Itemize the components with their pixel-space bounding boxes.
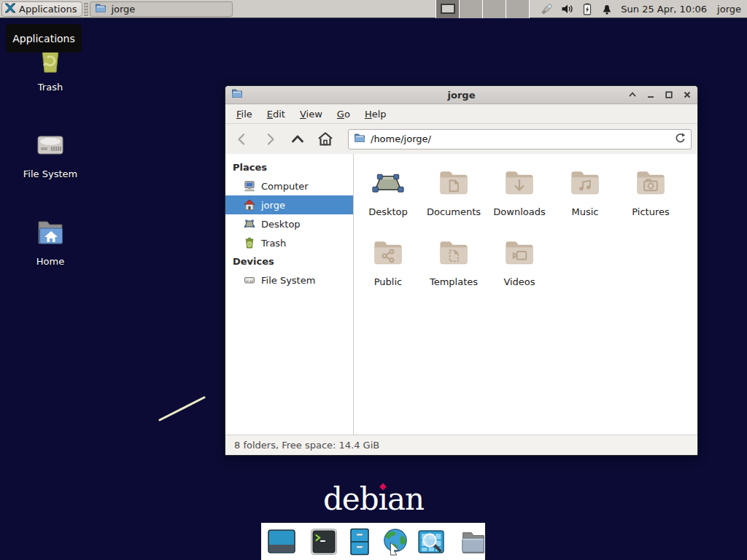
volume-icon[interactable] [560,2,574,16]
panel-handle[interactable] [84,2,88,16]
menubar: File Edit View Go Help [225,104,697,124]
file-item-music[interactable]: Music [552,166,618,217]
app-finder-launcher[interactable] [417,527,446,556]
input-device-icon[interactable] [540,2,554,16]
battery-icon[interactable] [581,2,594,16]
panel-user-menu[interactable]: jorge [717,4,741,15]
maximize-button[interactable] [664,90,673,100]
applications-tooltip: Applications [6,24,82,52]
file-item-pictures[interactable]: Pictures [618,166,684,217]
terminal-launcher[interactable] [309,527,338,556]
menu-go[interactable]: Go [330,106,357,122]
terminal-icon [309,527,338,556]
menu-help[interactable]: Help [358,106,393,122]
workspace-2[interactable] [460,0,483,18]
hard-drive-icon [33,127,68,165]
devices-header: Devices [225,252,353,271]
taskbar-button-label: jorge [111,4,135,15]
places-header: Places [225,158,353,176]
forward-button[interactable] [259,128,281,150]
computer-icon [244,180,255,192]
system-tray [540,2,614,16]
workspace-1[interactable] [436,0,460,18]
top-panel: Applications jorge [0,0,747,18]
minimize-button[interactable] [646,90,655,100]
xorg-logo-icon [4,2,16,16]
sidebar-item-trash[interactable]: Trash [225,233,353,252]
file-item-desktop[interactable]: Desktop [355,166,421,217]
show-desktop-icon [267,527,296,556]
applications-menu-button[interactable]: Applications [1,1,82,17]
globe-cursor-icon [381,526,410,557]
folder-icon [354,132,365,147]
window-titlebar[interactable]: jorge [225,86,697,104]
back-button[interactable] [231,128,253,150]
hard-drive-icon [244,274,255,286]
file-item-templates[interactable]: Templates [421,236,487,287]
sidebar-item-computer[interactable]: Computer [225,176,353,195]
workspace-4[interactable] [506,0,530,18]
taskbar-button-jorge[interactable]: jorge [90,1,233,17]
menu-edit[interactable]: Edit [260,106,292,122]
desktop-icon [371,166,406,201]
applications-menu-label: Applications [19,4,77,15]
statusbar: 8 folders, Free space: 14.4 GiB [225,435,697,455]
file-manager-window: jorge File Edit View Go Help [225,85,698,456]
location-bar[interactable]: /home/jorge/ [348,129,692,149]
folder-templates-icon [436,236,471,271]
desktop-icon-label: Trash [38,82,63,93]
desktop-icon-label: Home [36,256,64,267]
trash-icon [244,237,255,249]
bottom-dock [261,523,485,560]
folder-music-icon [568,166,603,201]
path-text[interactable]: /home/jorge/ [371,133,669,144]
window-title: jorge [225,90,697,101]
notifications-bell-icon[interactable] [600,2,614,16]
statusbar-text: 8 folders, Free space: 14.4 GiB [234,440,379,451]
sidebar-item-jorge[interactable]: jorge [225,195,353,214]
file-view[interactable]: Desktop Documents [354,154,697,435]
reload-icon[interactable] [674,132,686,147]
tooltip-text: Applications [12,33,75,44]
home-button[interactable] [314,128,336,150]
sidebar: Places Computer jorge [225,154,354,435]
file-item-documents[interactable]: Documents [421,166,487,217]
panel-clock[interactable]: Sun 25 Apr, 10:06 [621,4,707,15]
desktop-icon-label: File System [23,168,77,179]
folder-downloads-icon [502,166,537,201]
web-browser-launcher[interactable] [381,527,410,556]
workspace-3[interactable] [483,0,506,18]
folder-documents-icon [436,166,471,201]
show-desktop-button[interactable] [267,527,296,556]
folder-launcher[interactable] [459,527,488,556]
sidebar-item-desktop[interactable]: Desktop [225,214,353,233]
menu-view[interactable]: View [293,106,329,122]
sidebar-item-file-system[interactable]: File System [225,271,353,289]
menu-file[interactable]: File [230,106,259,122]
desktop-icon-home[interactable]: Home [10,214,90,267]
up-button[interactable] [287,128,309,150]
file-item-videos[interactable]: Videos [487,236,552,287]
desktop-icon [244,218,255,230]
folder-icon [95,2,107,16]
home-folder-icon [33,214,68,252]
shade-button[interactable] [627,90,637,100]
debian-logo: debıan [0,481,747,517]
home-icon [244,199,255,211]
file-cabinet-icon [345,527,374,556]
folder-videos-icon [502,236,537,271]
folder-icon [459,527,488,556]
folder-public-icon [371,236,406,271]
workspace-switcher [436,0,530,18]
folder-pictures-icon [633,166,668,201]
file-item-public[interactable]: Public [355,236,421,287]
close-button[interactable] [682,90,692,100]
app-finder-icon [417,527,446,556]
desktop-icon-file-system[interactable]: File System [10,127,90,179]
toolbar: /home/jorge/ [225,124,697,154]
file-item-downloads[interactable]: Downloads [487,166,552,217]
file-manager-launcher[interactable] [345,527,374,556]
